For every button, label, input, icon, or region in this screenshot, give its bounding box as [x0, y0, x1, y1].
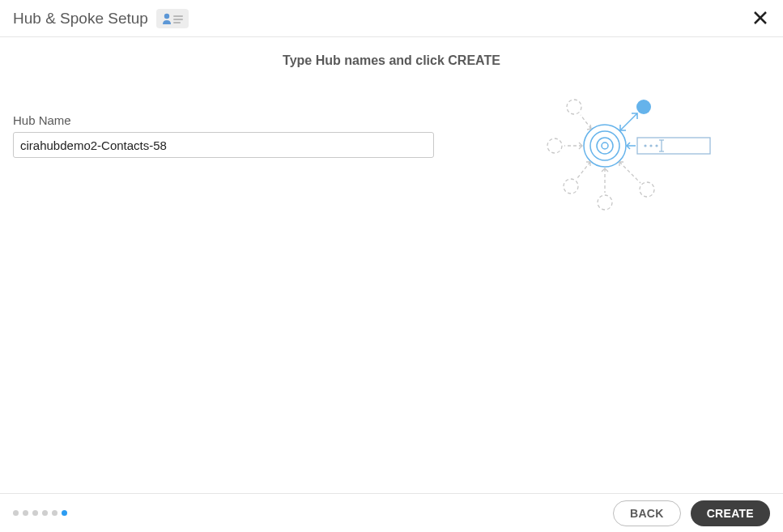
step-dot	[32, 510, 38, 516]
step-dot	[42, 510, 48, 516]
svg-point-20	[564, 179, 578, 194]
step-dot-active	[62, 510, 67, 516]
svg-point-21	[598, 195, 612, 210]
svg-point-0	[164, 13, 169, 18]
hub-spoke-illustration	[524, 81, 734, 227]
step-dot	[13, 510, 19, 516]
create-button[interactable]: CREATE	[691, 500, 770, 526]
close-icon	[753, 11, 768, 25]
close-button[interactable]	[749, 6, 772, 29]
svg-point-18	[567, 100, 581, 114]
hub-name-label: Hub Name	[13, 113, 434, 127]
hub-name-input[interactable]	[13, 132, 434, 158]
svg-point-14	[655, 144, 657, 147]
dialog-title: Hub & Spoke Setup	[13, 10, 148, 28]
svg-point-9	[602, 143, 608, 149]
dialog-footer: BACK CREATE	[0, 493, 783, 532]
form-column: Hub Name	[13, 113, 434, 158]
step-dot	[23, 510, 28, 516]
svg-rect-3	[173, 22, 181, 23]
svg-rect-1	[173, 15, 183, 17]
svg-rect-2	[173, 19, 183, 20]
svg-point-13	[649, 144, 652, 147]
contact-list-icon	[156, 9, 189, 28]
svg-point-8	[597, 138, 613, 154]
svg-rect-11	[637, 138, 710, 154]
dialog-header: Hub & Spoke Setup	[0, 0, 783, 37]
svg-point-12	[644, 144, 646, 147]
instruction-text: Type Hub names and click CREATE	[0, 53, 783, 68]
svg-point-7	[590, 131, 619, 160]
progress-stepper	[13, 510, 67, 516]
back-button[interactable]: BACK	[613, 500, 681, 526]
svg-point-10	[636, 100, 651, 114]
svg-point-19	[547, 138, 562, 153]
svg-point-22	[640, 182, 654, 197]
footer-buttons: BACK CREATE	[613, 500, 770, 526]
step-dot	[52, 510, 57, 516]
